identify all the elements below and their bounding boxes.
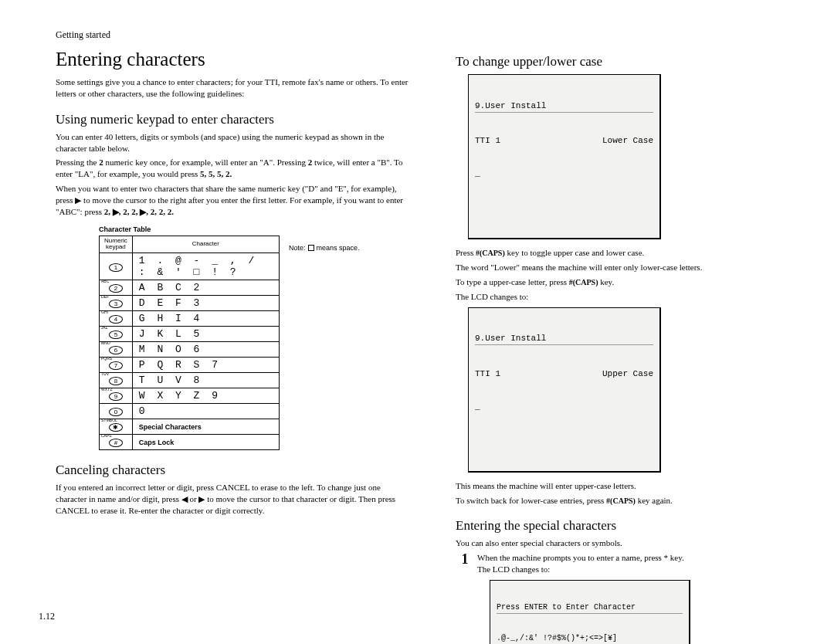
table-row: JKL5J K L 5 xyxy=(100,327,280,342)
character-table-title: Character Table xyxy=(99,225,411,233)
case-p1: Press #(CAPS) key to toggle upper case a… xyxy=(456,247,795,259)
character-cell: T U V 8 xyxy=(132,373,279,388)
keypad-cell: MNO6 xyxy=(100,342,133,358)
table-row: CAPS#Caps Lock xyxy=(100,435,280,450)
character-cell: 1 . @ - _ , / : & ' □ ! ? xyxy=(132,253,279,280)
space-note: Note:means space. xyxy=(289,244,360,252)
table-row: 00 xyxy=(100,404,280,419)
keypad-key-icon: 5 xyxy=(109,330,123,339)
keypad-key-icon: 9 xyxy=(109,392,123,401)
keypad-key-icon: 8 xyxy=(109,377,123,385)
th-character: Character xyxy=(132,236,279,253)
keypad-cell: TUV8 xyxy=(100,373,133,388)
left-column: Getting started Entering characters Some… xyxy=(56,29,411,644)
keypad-cell: DEF3 xyxy=(100,296,133,311)
keypad-key-icon: 4 xyxy=(109,315,123,324)
keypad-key-icon: 2 xyxy=(109,284,123,293)
case-p6: To switch back for lower-case entries, p… xyxy=(456,495,795,507)
keypad-p2: Pressing the 2 numeric key once, for exa… xyxy=(56,157,411,180)
character-cell: G H I 4 xyxy=(132,311,279,327)
section-keypad-heading: Using numeric keypad to enter characters xyxy=(56,112,411,127)
character-cell: W X Y Z 9 xyxy=(132,388,279,404)
keypad-key-icon: ✱ xyxy=(109,423,123,432)
case-p4: The LCD changes to: xyxy=(456,291,795,303)
lcd-upper-case: 9.User Install TTI 1Upper Case _ xyxy=(468,307,661,473)
steps-list: 1 When the machine prompts you to enter … xyxy=(459,552,795,644)
keypad-cell: 1 xyxy=(100,253,133,280)
intro-paragraph: Some settings give you a chance to enter… xyxy=(56,76,411,100)
case-p3: To type a upper-case letter, press #(CAP… xyxy=(456,276,795,288)
character-cell: P Q R S 7 xyxy=(132,358,279,373)
right-column: To change upper/lower case 9.User Instal… xyxy=(456,29,795,644)
cancel-paragraph: If you entered an incorrect letter or di… xyxy=(56,482,411,517)
case-p5: This means the machine will enter upper-… xyxy=(456,480,795,492)
section-cancel-heading: Canceling characters xyxy=(56,463,411,478)
character-table-wrap: Character Table Numeric keypad Character… xyxy=(99,225,411,451)
table-row: GHI4G H I 4 xyxy=(100,311,280,327)
page-title: Entering characters xyxy=(56,49,411,70)
step-1: 1 When the machine prompts you to enter … xyxy=(459,552,795,644)
section-special-heading: Entering the special characters xyxy=(456,518,795,534)
keypad-cell: 0 xyxy=(100,404,133,419)
th-keypad: Numeric keypad xyxy=(100,236,133,253)
page-content: Getting started Entering characters Some… xyxy=(0,0,834,644)
character-table: Numeric keypad Character 11 . @ - _ , / … xyxy=(99,236,280,451)
keypad-key-icon: 3 xyxy=(109,300,123,308)
lcd-lower-case: 9.User Install TTI 1Lower Case _ xyxy=(468,74,661,239)
table-row: TUV8T U V 8 xyxy=(100,373,280,388)
page-number: 1.12 xyxy=(39,611,55,622)
keypad-cell: SYMBOL✱ xyxy=(100,419,133,435)
keypad-key-icon: 0 xyxy=(109,408,123,416)
character-cell: M N O 6 xyxy=(132,342,279,358)
table-row: 11 . @ - _ , / : & ' □ ! ? xyxy=(100,253,280,280)
breadcrumb: Getting started xyxy=(56,29,411,41)
character-cell: 0 xyxy=(132,404,279,419)
case-p2: The word "Lower" means the machine will … xyxy=(456,262,795,273)
table-row: SYMBOL✱Special Characters xyxy=(100,419,280,435)
character-cell: Special Characters xyxy=(132,419,279,435)
table-row: ABC2A B C 2 xyxy=(100,280,280,296)
keypad-key-icon: # xyxy=(109,439,123,447)
table-row: WXYZ9W X Y Z 9 xyxy=(100,388,280,404)
special-p1: You can also enter special characters or… xyxy=(456,537,795,549)
keypad-key-icon: 6 xyxy=(109,346,123,354)
keypad-key-icon: 7 xyxy=(109,361,123,370)
keypad-p1: You can enter 40 letters, digits or symb… xyxy=(56,131,411,154)
keypad-cell: PQRS7 xyxy=(100,358,133,373)
keypad-cell: GHI4 xyxy=(100,311,133,327)
character-cell: A B C 2 xyxy=(132,280,279,296)
table-row: DEF3D E F 3 xyxy=(100,296,280,311)
keypad-cell: ABC2 xyxy=(100,280,133,296)
character-cell: D E F 3 xyxy=(132,296,279,311)
table-row: MNO6M N O 6 xyxy=(100,342,280,358)
table-row: PQRS7P Q R S 7 xyxy=(100,358,280,373)
keypad-key-icon: 1 xyxy=(109,263,123,272)
keypad-cell: WXYZ9 xyxy=(100,388,133,404)
character-cell: J K L 5 xyxy=(132,327,279,342)
section-case-heading: To change upper/lower case xyxy=(456,54,795,69)
keypad-p3: When you want to enter two characters th… xyxy=(56,183,411,218)
character-cell: Caps Lock xyxy=(132,435,279,450)
keypad-cell: JKL5 xyxy=(100,327,133,342)
keypad-cell: CAPS# xyxy=(100,435,133,450)
lcd-special-chars: Press ENTER to Enter Character .@-_,/:&'… xyxy=(490,580,690,644)
